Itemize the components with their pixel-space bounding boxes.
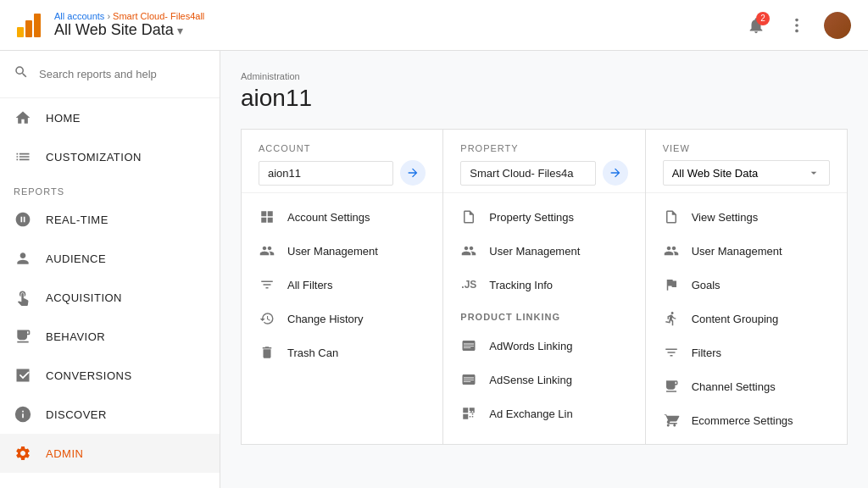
view-settings-label: View Settings (692, 211, 759, 224)
search-bar[interactable]: Search reports and help (0, 51, 220, 98)
user-avatar-button[interactable] (821, 8, 854, 42)
property-selector[interactable]: All Web Site Data ▾ (54, 21, 739, 39)
trash-can-item[interactable]: Trash Can (242, 336, 442, 369)
trash-can-label: Trash Can (287, 347, 338, 359)
js-icon: .JS (460, 276, 477, 293)
main-content: Administration aion11 ACCOUNT aion11 (220, 51, 868, 488)
view-settings-item[interactable]: View Settings (646, 200, 847, 234)
home-label: HOME (46, 112, 81, 125)
property-column: PROPERTY Smart Cloud- Files4a (442, 129, 644, 445)
ad-exchange-icon (460, 405, 477, 422)
account-column-label: ACCOUNT (259, 143, 426, 153)
search-icon (14, 64, 29, 84)
account-column: ACCOUNT aion11 (241, 129, 442, 445)
google-analytics-logo (14, 10, 44, 41)
sidebar-item-conversions[interactable]: CONVERSIONS (0, 356, 220, 395)
audience-icon (14, 249, 32, 268)
cart-icon (663, 412, 680, 429)
property-selector-value: Smart Cloud- Files4a (470, 167, 573, 180)
topbar: All accounts › Smart Cloud- Files4all Al… (0, 0, 868, 51)
property-user-management-label: User Management (489, 245, 580, 258)
topbar-title-area: All accounts › Smart Cloud- Files4all Al… (54, 11, 739, 39)
account-user-management-label: User Management (287, 245, 378, 258)
conversions-label: CONVERSIONS (46, 369, 132, 382)
tracking-info-label: Tracking Info (489, 279, 553, 291)
view-selector-value: All Web Site Data (672, 167, 759, 180)
product-linking-label: PRODUCT LINKING (443, 302, 644, 329)
account-settings-item[interactable]: Account Settings (242, 200, 442, 234)
view-filters-item[interactable]: Filters (646, 336, 847, 369)
trash-icon (259, 344, 275, 361)
tracking-info-item[interactable]: .JS Tracking Info (443, 268, 644, 302)
account-forward-button[interactable] (400, 160, 426, 186)
flag-icon (663, 276, 680, 293)
view-user-management-item[interactable]: User Management (646, 234, 847, 268)
account-column-header: ACCOUNT aion11 (242, 130, 442, 193)
channel-settings-label: Channel Settings (692, 380, 776, 393)
adwords-icon (460, 337, 477, 354)
content-grouping-label: Content Grouping (692, 313, 779, 325)
sidebar-item-acquisition[interactable]: ACQUISITION (0, 278, 220, 317)
account-selector[interactable]: aion11 (259, 161, 393, 186)
admin-header: Administration aion11 (241, 71, 848, 112)
adsense-linking-label: AdSense Linking (489, 374, 572, 386)
view-column: VIEW All Web Site Data View Settings (645, 129, 848, 445)
svg-rect-0 (17, 27, 24, 37)
property-forward-button[interactable] (603, 160, 628, 186)
svg-point-3 (795, 18, 798, 21)
realtime-icon (14, 210, 32, 229)
behavior-label: BEHAVIOR (46, 330, 105, 343)
property-user-management-item[interactable]: User Management (443, 234, 644, 268)
view-items: View Settings User Management (646, 193, 847, 444)
reports-section-label: Reports (0, 176, 220, 200)
customization-icon (14, 147, 32, 166)
all-filters-item[interactable]: All Filters (242, 268, 442, 302)
goals-item[interactable]: Goals (646, 268, 847, 302)
sidebar-item-audience[interactable]: AUDIENCE (0, 239, 220, 278)
goals-label: Goals (692, 279, 721, 291)
view-selector[interactable]: All Web Site Data (663, 160, 830, 186)
avatar (824, 12, 851, 39)
content-grouping-item[interactable]: Content Grouping (646, 302, 847, 336)
property-column-header: PROPERTY Smart Cloud- Files4a (443, 130, 644, 193)
view-user-management-label: User Management (692, 245, 782, 258)
sidebar-item-discover[interactable]: DISCOVER (0, 395, 220, 434)
channel-settings-item[interactable]: Channel Settings (646, 369, 847, 403)
figure-icon (663, 310, 680, 327)
ecommerce-settings-item[interactable]: Ecommerce Settings (646, 403, 847, 437)
property-selector[interactable]: Smart Cloud- Files4a (460, 161, 595, 186)
all-filters-label: All Filters (287, 279, 332, 291)
ad-exchange-item[interactable]: Ad Exchange Lin (443, 396, 644, 430)
more-options-button[interactable] (780, 8, 814, 42)
property-items: Property Settings User Management .JS Tr… (443, 193, 644, 437)
all-accounts-link[interactable]: All accounts (54, 11, 104, 21)
svg-point-5 (795, 29, 798, 32)
sidebar-item-realtime[interactable]: REAL-TIME (0, 200, 220, 239)
admin-title: aion11 (241, 85, 848, 112)
adsense-linking-item[interactable]: AdSense Linking (443, 363, 644, 396)
search-label: Search reports and help (39, 68, 157, 80)
property-settings-item[interactable]: Property Settings (443, 200, 644, 234)
acquisition-label: ACQUISITION (46, 291, 122, 304)
sidebar-item-admin[interactable]: ADMIN (0, 434, 220, 473)
sidebar-item-customization[interactable]: CUSTOMIZATION (0, 137, 220, 176)
svg-point-4 (795, 24, 798, 27)
sidebar-navigation: HOME CUSTOMIZATION Reports REAL-TIME (0, 98, 220, 488)
filter-icon (259, 276, 275, 293)
adsense-icon (460, 371, 477, 388)
account-selector-value: aion11 (268, 167, 301, 180)
people-icon (259, 242, 275, 259)
notifications-button[interactable]: 2 (739, 8, 773, 42)
realtime-label: REAL-TIME (46, 214, 108, 226)
sidebar: Search reports and help HOME CUSTOMIZATI… (0, 51, 220, 488)
people-prop-icon (460, 242, 477, 259)
account-user-management-item[interactable]: User Management (242, 234, 442, 268)
sidebar-item-home[interactable]: HOME (0, 98, 220, 137)
change-history-item[interactable]: Change History (242, 302, 442, 336)
property-dropdown-arrow: ▾ (177, 24, 183, 37)
topbar-actions: 2 (739, 8, 854, 42)
adwords-linking-item[interactable]: AdWords Linking (443, 329, 644, 363)
channel-icon (663, 378, 680, 395)
discover-icon (14, 405, 32, 424)
sidebar-item-behavior[interactable]: BEHAVIOR (0, 317, 220, 356)
